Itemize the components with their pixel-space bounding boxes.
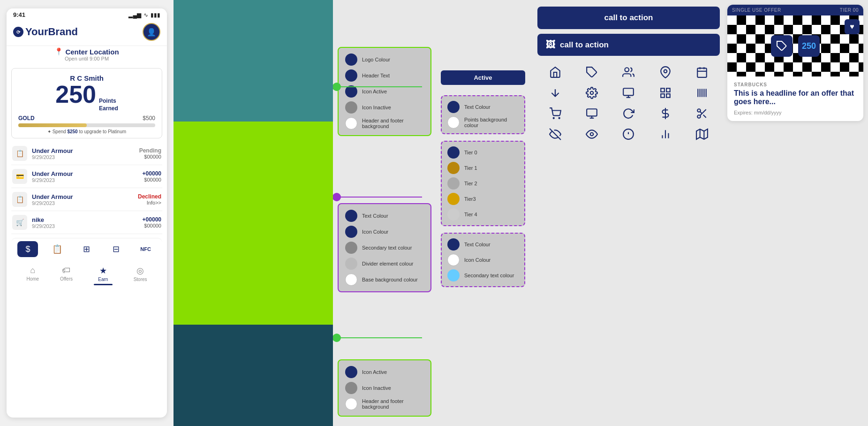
icon-eye[interactable]: [576, 126, 608, 142]
cta-button-2[interactable]: 🖼 call to action: [537, 34, 720, 56]
icon-settings[interactable]: [576, 85, 608, 101]
tx-icon: 📋: [12, 146, 27, 161]
color-label: Text Colour: [464, 104, 491, 110]
icon-refresh[interactable]: [612, 106, 644, 122]
table-row: 📋 Under Armour 9/29/2023 Pending $00000: [11, 142, 162, 165]
color-swatch: [345, 242, 357, 254]
nav-item-home[interactable]: ⌂ Home: [26, 266, 39, 285]
nav-item-earn[interactable]: ★ Earn: [94, 266, 113, 285]
color-label: Icon Active: [362, 89, 387, 94]
expires-label: Expires:: [734, 110, 753, 115]
sec-palette-bottom: Text Colour Icon Colour Secondary text c…: [441, 233, 525, 287]
icon-transfer[interactable]: [649, 106, 681, 122]
color-row: Base background colour: [345, 274, 424, 286]
toolbar-btn-receipt[interactable]: 📋: [47, 241, 68, 257]
logo-icon: ⟳: [13, 27, 23, 37]
icon-scissors[interactable]: [686, 106, 718, 122]
color-label: Icon Inactive: [362, 105, 391, 110]
svg-rect-21: [666, 94, 670, 98]
color-label: Base background colour: [362, 277, 418, 282]
avatar[interactable]: 👤: [143, 23, 160, 41]
tx-name: Under Armour: [32, 147, 135, 154]
icon-map[interactable]: [686, 126, 718, 142]
color-label: Text Colour: [464, 242, 491, 247]
icon-location[interactable]: [649, 64, 681, 80]
offer-icon-left: [771, 35, 793, 57]
tx-info: Under Armour 9/29/2023: [32, 170, 138, 183]
tx-amount: +00000 $00000: [143, 216, 161, 228]
icon-qr[interactable]: [649, 85, 681, 101]
status-icons: ▂▄▆ ∿ ▮▮▮: [128, 12, 160, 18]
icon-tag[interactable]: [576, 64, 608, 80]
color-label: Divider element colour: [362, 261, 413, 266]
points-number: 250: [55, 82, 96, 106]
cta-button-1[interactable]: call to action: [537, 7, 720, 29]
points-row: 250 Points Earned: [18, 82, 155, 112]
color-label: Tier 1: [464, 165, 477, 171]
color-row: Icon Colour: [447, 254, 519, 266]
color-swatch: [447, 238, 460, 251]
icon-screen[interactable]: [576, 106, 608, 122]
svg-point-34: [697, 109, 701, 112]
svg-line-38: [700, 112, 702, 114]
icon-chart[interactable]: [649, 126, 681, 142]
nav-item-stores[interactable]: ◎ Stores: [134, 266, 147, 285]
nav-label-stores: Stores: [134, 277, 147, 282]
stores-icon: ◎: [136, 266, 144, 276]
color-label: Icon Colour: [464, 257, 491, 263]
offer-headline: This is a headline for an offer that goe…: [734, 89, 857, 106]
tx-amount: Declined Info>>: [138, 193, 161, 205]
color-swatch: [447, 146, 460, 159]
svg-point-35: [697, 115, 701, 118]
battery-icon: ▮▮▮: [151, 12, 160, 18]
tx-date: 9/29/2023: [32, 200, 133, 206]
color-label: Icon Inactive: [362, 385, 391, 391]
offers-icon: 🏷: [62, 266, 70, 275]
tx-status: Pending: [139, 147, 161, 154]
location-hours: Open until 9:00 PM: [65, 56, 109, 61]
nav-label-home: Home: [26, 276, 39, 281]
icon-home[interactable]: [539, 64, 571, 80]
color-row: Points background colour: [447, 116, 519, 129]
icon-calendar[interactable]: [686, 64, 718, 80]
phone-panel: 9:41 ▂▄▆ ∿ ▮▮▮ ⟳ YourBrand 👤 📍: [0, 0, 174, 426]
icon-sort[interactable]: [539, 85, 571, 101]
table-row: 🛒 nike 9/29/2023 +00000 $00000: [11, 211, 162, 234]
icon-receipt[interactable]: [612, 85, 644, 101]
svg-point-8: [664, 70, 667, 73]
tx-amount: +00000 $00000: [143, 170, 161, 183]
icon-info[interactable]: [612, 126, 644, 142]
transactions-list: 📋 Under Armour 9/29/2023 Pending $00000 …: [11, 142, 162, 234]
palettes-panel: Logo Colour Header Text Icon Active Icon…: [333, 0, 436, 426]
toolbar-btn-nfc[interactable]: NFC: [136, 241, 156, 257]
svg-rect-20: [666, 88, 670, 92]
icon-cart[interactable]: [539, 106, 571, 122]
icon-barcode[interactable]: [686, 85, 718, 101]
color-swatch: [447, 177, 460, 190]
color-swatch: [345, 226, 357, 238]
toolbar-btn-dollar[interactable]: $: [17, 241, 38, 257]
cta-icons-area: call to action 🖼 call to action: [530, 0, 727, 426]
nav-item-offers[interactable]: 🏷 Offers: [60, 266, 73, 285]
color-label: Tier 4: [464, 212, 477, 217]
cta-button-2-label: call to action: [560, 40, 609, 50]
color-row: Icon Inactive: [345, 382, 424, 394]
offer-tier: TIER 00: [840, 8, 859, 13]
earn-icon: ★: [99, 266, 107, 276]
offer-checkerboard: 250 ♥: [727, 15, 863, 76]
color-label: Tier 2: [464, 181, 477, 186]
icon-eye-off[interactable]: [539, 126, 571, 142]
color-swatch: [447, 101, 460, 113]
table-row: 💳 Under Armour 9/29/2023 +00000 $00000: [11, 165, 162, 188]
zone-green: [174, 122, 333, 324]
color-swatch: [345, 85, 357, 98]
toolbar-btn-barcode[interactable]: ⊟: [106, 241, 127, 257]
toolbar-btn-qr[interactable]: ⊞: [76, 241, 97, 257]
status-time: 9:41: [13, 11, 25, 18]
icon-handshake[interactable]: [612, 64, 644, 80]
offer-heart-icon[interactable]: ♥: [845, 19, 860, 34]
color-label: Header and footer background: [362, 398, 424, 410]
svg-point-29: [559, 118, 560, 119]
svg-rect-30: [587, 109, 597, 116]
wifi-icon: ∿: [143, 12, 148, 18]
